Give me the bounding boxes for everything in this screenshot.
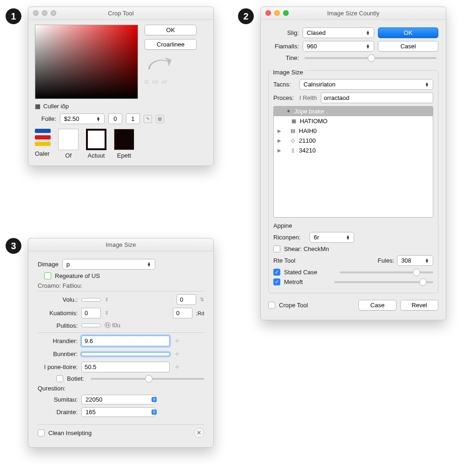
close-dot[interactable] bbox=[33, 10, 39, 16]
swatch-actuut[interactable] bbox=[86, 129, 106, 150]
volu-input-b[interactable]: 0 bbox=[177, 294, 196, 305]
plus-icon[interactable]: ＋ bbox=[173, 336, 181, 346]
disclosure-triangle-icon[interactable]: ▶ bbox=[278, 138, 281, 143]
disclosure-triangle-icon[interactable]: ▶ bbox=[278, 128, 281, 133]
step-badge-3: 3 bbox=[6, 238, 21, 254]
rd-label: ;Rd bbox=[196, 311, 204, 316]
revel-button[interactable]: Revel bbox=[400, 300, 438, 311]
chevron-updown-icon: ▲▼ bbox=[346, 235, 350, 240]
tacns-label: Tacns: bbox=[273, 81, 296, 88]
volu-label: Volu.: bbox=[38, 296, 78, 303]
fules-stepper[interactable]: 308 ▲▼ bbox=[397, 255, 433, 266]
color-bars: Oaler bbox=[35, 129, 51, 157]
color-bar-yellow[interactable] bbox=[35, 142, 51, 146]
tree-row[interactable]: ▶ ◇ 21100 bbox=[274, 136, 433, 145]
num-input-1[interactable]: 1 bbox=[126, 113, 140, 124]
clean-inselpting-checkbox[interactable] bbox=[38, 430, 45, 436]
slig-select[interactable]: Clased ▲▼ bbox=[303, 27, 374, 38]
folle-label: Folle: bbox=[41, 115, 56, 122]
dimage-select[interactable]: p ▲▼ bbox=[62, 259, 155, 270]
kuatiomis-input-a[interactable]: 0 bbox=[81, 308, 101, 318]
drainte-value: 165 bbox=[86, 409, 96, 416]
casel-button[interactable]: Casel bbox=[378, 41, 438, 52]
tree-row[interactable]: ✶ Jüpe brake . bbox=[274, 106, 433, 116]
tree-row[interactable]: ▶ ▯ 34210 bbox=[274, 145, 433, 155]
folle-select[interactable]: $2.50 ▲▼ bbox=[60, 113, 105, 124]
hierarchy-tree[interactable]: ✶ Jüpe brake . ▦ HATIOMO ▶ ▤ HAIH0 ▶ bbox=[273, 106, 433, 218]
chevron-updown-icon: 9 bbox=[152, 397, 157, 402]
drainte-select[interactable]: 165 9 bbox=[81, 407, 156, 417]
botiet-slider[interactable] bbox=[91, 378, 204, 380]
stated-case-slider[interactable] bbox=[340, 271, 433, 273]
ok-button[interactable]: OK bbox=[378, 27, 438, 38]
minimize-dot[interactable] bbox=[274, 10, 280, 16]
regeature-checkbox[interactable] bbox=[44, 272, 51, 279]
metroft-checkbox[interactable]: ✓ bbox=[273, 278, 280, 285]
chevron-updown-icon: ▲▼ bbox=[147, 262, 151, 267]
ipone-label: I pone-tloire: bbox=[38, 364, 78, 370]
tree-row[interactable]: ▶ ▤ HAIH0 bbox=[274, 126, 433, 136]
tool-icon-c[interactable]: ⏥ bbox=[162, 78, 167, 85]
proces-input[interactable]: orractaod bbox=[321, 93, 433, 103]
stated-case-checkbox[interactable]: ✓ bbox=[273, 269, 280, 276]
color-gradient-picker[interactable] bbox=[35, 25, 138, 99]
volu-input-a[interactable] bbox=[81, 298, 101, 302]
hrandier-label: Hrandier: bbox=[38, 337, 78, 344]
shear-checkbox[interactable] bbox=[273, 245, 280, 252]
metroft-slider[interactable] bbox=[334, 281, 433, 283]
redo-arrow-icon[interactable] bbox=[145, 53, 174, 74]
pulitios-suffix: Ⓗ l0u bbox=[105, 321, 120, 330]
tool-icon-b[interactable]: ▭ bbox=[152, 78, 158, 85]
titlebar: Crop Tool bbox=[28, 7, 213, 20]
bunnber-input[interactable] bbox=[81, 352, 170, 356]
croamo-label: Croamo: Fatliou: bbox=[38, 282, 204, 289]
num-input-0[interactable]: 0 bbox=[108, 113, 122, 124]
tree-label: HAIH0 bbox=[299, 127, 317, 134]
swatch-epett[interactable] bbox=[114, 129, 134, 150]
chevron-updown-icon: ▲▼ bbox=[425, 258, 429, 263]
close-icon[interactable]: ✕ bbox=[194, 428, 204, 438]
tacns-select[interactable]: Calnsirlaton ▲▼ bbox=[299, 79, 433, 90]
window-title: Crop Tool bbox=[108, 10, 133, 17]
pulitios-input[interactable] bbox=[81, 324, 101, 327]
riconpen-select[interactable]: 6r ▲▼ bbox=[310, 232, 354, 243]
kuatiomis-input-b[interactable]: 0 bbox=[173, 308, 192, 318]
crope-tool-checkbox[interactable] bbox=[268, 302, 275, 309]
tree-label: HATIOMO bbox=[300, 118, 328, 125]
fiamalls-label: Fiamalls: bbox=[268, 43, 299, 50]
grid-icon[interactable]: ▦ bbox=[156, 115, 164, 123]
plus-icon[interactable]: ＋ bbox=[173, 362, 181, 372]
case-button[interactable]: Case bbox=[358, 300, 397, 311]
sumitau-value: 22050 bbox=[86, 396, 102, 403]
close-dot[interactable] bbox=[265, 10, 271, 16]
tree-label: Jüpe brake . bbox=[294, 108, 328, 115]
sumitau-select[interactable]: 22050 9 bbox=[81, 395, 156, 404]
minimize-dot[interactable] bbox=[42, 10, 47, 16]
botiet-checkbox[interactable] bbox=[56, 375, 63, 382]
color-bar-blue[interactable] bbox=[35, 129, 51, 133]
chevron-updown-icon: ▲▼ bbox=[96, 117, 100, 121]
ipone-input[interactable]: 50.5 bbox=[81, 362, 170, 372]
stepper-icon[interactable]: ⇅ bbox=[200, 297, 204, 303]
link-icon[interactable]: ⇕ bbox=[105, 297, 109, 303]
proces-label: Proces: bbox=[273, 94, 296, 101]
metroft-label: Metroft bbox=[284, 278, 303, 285]
tine-slider[interactable] bbox=[304, 57, 436, 59]
hrandier-input[interactable]: 9.6 bbox=[81, 336, 170, 346]
zoom-dot[interactable] bbox=[283, 10, 289, 16]
link-icon[interactable]: ⇕ bbox=[105, 310, 109, 316]
eyedropper-icon[interactable]: ✎ bbox=[144, 115, 152, 123]
disclosure-triangle-icon[interactable]: ▶ bbox=[278, 148, 281, 153]
zoom-dot[interactable] bbox=[51, 10, 56, 16]
color-bar-red[interactable] bbox=[35, 135, 51, 139]
tool-icon-a[interactable]: ⎅ bbox=[145, 78, 148, 85]
swatch-of[interactable] bbox=[58, 129, 79, 150]
croarlinee-button[interactable]: Croarlinee bbox=[145, 39, 197, 50]
fiamalls-select[interactable]: 960 ▲▼ bbox=[303, 41, 374, 52]
titlebar: Image Size bbox=[28, 238, 213, 251]
tree-row[interactable]: ▦ HATIOMO bbox=[274, 116, 433, 126]
ok-button[interactable]: OK bbox=[145, 25, 197, 35]
plus-icon[interactable]: ＋ bbox=[173, 349, 181, 359]
group-image-size: Image Size bbox=[271, 69, 305, 76]
window-title: Image Size bbox=[106, 241, 136, 248]
